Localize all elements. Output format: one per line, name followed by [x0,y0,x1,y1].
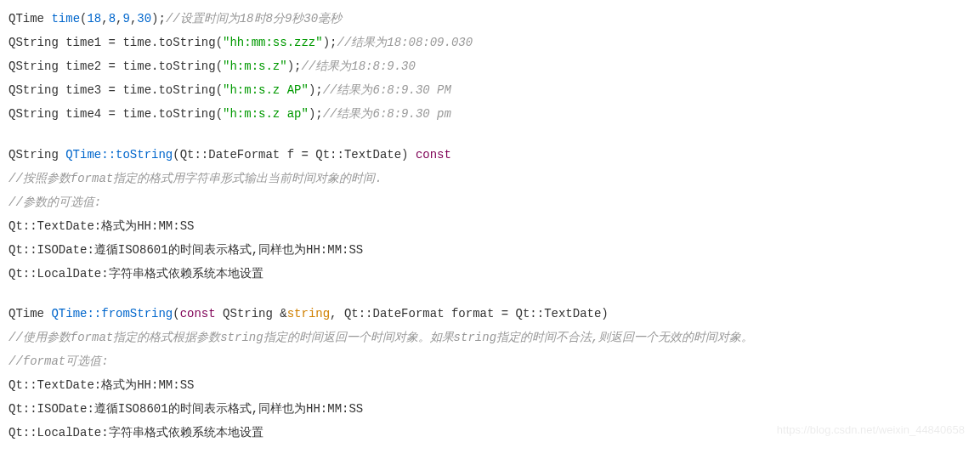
code-text: QString [8,148,65,162]
code-line-14: //format可选值: [8,349,972,373]
number-literal: 9 [122,12,129,26]
code-text: , [101,12,108,26]
code-line-17: Qt::LocalDate:字符串格式依赖系统本地设置 [8,421,972,445]
string-literal: "h:m:s.z ap" [223,107,309,121]
code-line-9: Qt::TextDate:格式为HH:MM:SS [8,214,972,238]
code-comment: //结果为18:08:09.030 [337,36,473,49]
code-line-3: QString time2 = time.toString("h:m:s.z")… [8,54,972,78]
keyword: const [180,307,216,320]
code-comment: //使用参数format指定的格式根据参数string指定的时间返回一个时间对象… [8,331,753,344]
function-name: time [51,12,80,26]
code-line-1: QTime time(18,8,9,30);//设置时间为18时8分9秒30毫秒 [8,7,972,31]
code-comment: //参数的可选值: [8,196,101,209]
code-line-13: //使用参数format指定的格式根据参数string指定的时间返回一个时间对象… [8,326,972,349]
keyword: const [416,148,451,162]
code-text: ); [309,83,323,97]
code-comment: //结果为6:8:9.30 PM [323,83,451,97]
string-literal: "h:m:s.z AP" [223,83,309,97]
code-text: Qt::ISODate:遵循ISO8601的时间表示格式,同样也为HH:MM:S… [8,402,363,416]
number-literal: 30 [137,12,151,26]
code-text: Qt::TextDate:格式为HH:MM:SS [8,378,194,392]
code-text: QString time3 = time.toString( [8,83,223,97]
code-line-2: QString time1 = time.toString("hh:mm:ss.… [8,31,972,54]
code-text: ); [287,60,302,73]
code-text: ( [173,307,179,320]
code-text: QString time1 = time.toString( [8,36,223,49]
code-text: QString time4 = time.toString( [8,107,223,121]
blank-line [8,126,972,143]
number-literal: 18 [87,12,101,26]
code-text: QString time2 = time.toString( [8,60,223,73]
code-text: (Qt::DateFormat f = Qt::TextDate) [173,148,416,162]
blank-line [8,286,972,303]
function-name: QTime::toString [65,148,173,162]
code-line-10: Qt::ISODate:遵循ISO8601的时间表示格式,同样也为HH:MM:S… [8,238,972,262]
string-literal: "h:m:s.z" [223,60,287,73]
code-text: , Qt::DateFormat format = Qt::TextDate) [330,307,609,320]
code-line-6: QString QTime::toString(Qt::DateFormat f… [8,143,972,167]
function-name: QTime::fromString [51,307,173,320]
code-text: QTime [8,12,51,26]
code-line-15: Qt::TextDate:格式为HH:MM:SS [8,373,972,397]
code-line-12: QTime QTime::fromString(const QString &s… [8,302,972,326]
code-line-7: //按照参数format指定的格式用字符串形式输出当前时间对象的时间. [8,167,972,190]
code-text: QString & [216,307,287,320]
code-line-4: QString time3 = time.toString("h:m:s.z A… [8,78,972,102]
code-text: Qt::LocalDate:字符串格式依赖系统本地设置 [8,426,263,439]
string-literal: "hh:mm:ss.zzz" [223,36,323,49]
number-literal: 8 [109,12,116,26]
code-line-5: QString time4 = time.toString("h:m:s.z a… [8,102,972,126]
code-text: Qt::ISODate:遵循ISO8601的时间表示格式,同样也为HH:MM:S… [8,243,363,257]
code-comment: //按照参数format指定的格式用字符串形式输出当前时间对象的时间. [8,172,382,185]
code-comment: //format可选值: [8,354,109,368]
code-text: ); [151,12,166,26]
code-text: ); [323,36,337,49]
code-line-16: Qt::ISODate:遵循ISO8601的时间表示格式,同样也为HH:MM:S… [8,397,972,421]
code-comment: //结果为6:8:9.30 pm [323,107,451,121]
parameter: string [287,307,330,320]
code-comment: //设置时间为18时8分9秒30毫秒 [166,12,342,26]
code-line-8: //参数的可选值: [8,190,972,214]
code-text: ); [309,107,323,121]
code-comment: //结果为18:8:9.30 [301,60,415,73]
code-text: Qt::TextDate:格式为HH:MM:SS [8,219,194,233]
code-text: Qt::LocalDate:字符串格式依赖系统本地设置 [8,267,263,281]
code-line-11: Qt::LocalDate:字符串格式依赖系统本地设置 [8,262,972,286]
code-text: QTime [8,307,51,320]
